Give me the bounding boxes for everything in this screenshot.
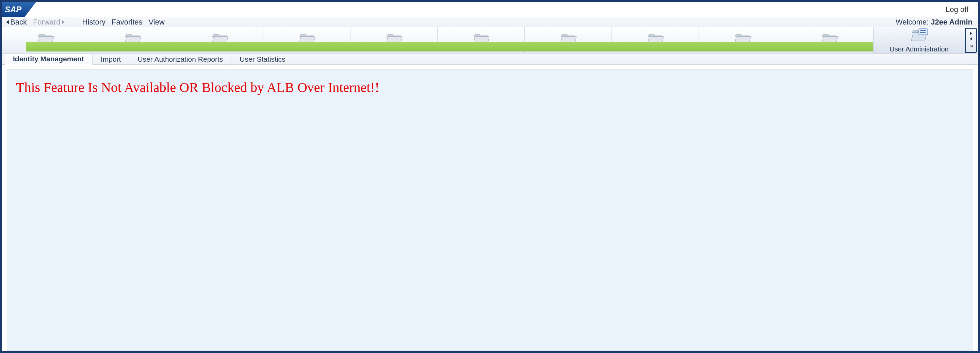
- forward-button[interactable]: Forward: [33, 18, 66, 27]
- sap-logo-icon: SAP: [2, 2, 36, 17]
- sub-tab-user-statistics[interactable]: User Statistics: [231, 54, 294, 64]
- navigation-bar: Back Forward History Favorites View Welc…: [2, 17, 978, 27]
- expand-chevrons-icon: »: [970, 43, 972, 49]
- scroll-left-icon: [970, 37, 972, 40]
- top-tabs-scroll: User Administration: [2, 27, 965, 53]
- sub-tab-identity-management[interactable]: Identity Management: [5, 54, 92, 65]
- welcome-label: Welcome:: [896, 18, 929, 27]
- arrow-right-icon: [62, 20, 65, 24]
- arrow-left-icon: [6, 20, 9, 24]
- forward-label: Forward: [33, 18, 60, 27]
- tab-scroll-handle[interactable]: »: [965, 28, 977, 53]
- svg-text:SAP: SAP: [5, 5, 22, 14]
- favorites-menu[interactable]: Favorites: [111, 18, 142, 27]
- svg-marker-5: [125, 34, 140, 37]
- svg-marker-11: [387, 34, 401, 37]
- app-frame: SAP Log off Back Forward History Favorit…: [2, 2, 978, 351]
- content-panel: This Feature Is Not Available OR Blocked…: [7, 70, 973, 351]
- sub-tab-user-authorization-reports[interactable]: User Authorization Reports: [129, 54, 231, 64]
- workset-tab-user-administration[interactable]: User Administration: [873, 27, 965, 53]
- svg-marker-9: [299, 34, 314, 37]
- top-level-tabs: User Administration »: [2, 27, 978, 54]
- svg-marker-19: [735, 34, 749, 37]
- sub-tab-import[interactable]: Import: [92, 54, 130, 64]
- svg-marker-3: [38, 34, 52, 37]
- logoff-button[interactable]: Log off: [936, 2, 978, 17]
- svg-rect-24: [919, 29, 928, 35]
- nav-left-group: Back Forward History Favorites View: [5, 18, 165, 27]
- history-menu[interactable]: History: [82, 18, 105, 27]
- sap-logo-cell: SAP: [2, 2, 43, 17]
- svg-marker-21: [822, 34, 837, 37]
- svg-marker-15: [561, 34, 575, 37]
- scroll-right-icon: [970, 32, 972, 35]
- svg-marker-13: [474, 34, 488, 37]
- header-bar: SAP Log off: [2, 2, 978, 17]
- content-wrapper: This Feature Is Not Available OR Blocked…: [2, 65, 978, 351]
- nav-right-group: Welcome: J2ee Admin: [896, 18, 975, 27]
- sub-tabs: Identity Management Import User Authoriz…: [2, 54, 978, 65]
- error-message: This Feature Is Not Available OR Blocked…: [16, 79, 964, 96]
- user-administration-icon: [908, 28, 930, 44]
- svg-marker-7: [212, 34, 227, 37]
- svg-marker-17: [648, 34, 662, 37]
- back-button[interactable]: Back: [5, 18, 27, 27]
- workset-highlight-bar: [26, 42, 965, 51]
- view-menu[interactable]: View: [149, 18, 165, 27]
- header-spacer: [43, 2, 936, 17]
- workset-tab-label: User Administration: [889, 45, 948, 53]
- welcome-user: J2ee Admin: [931, 18, 972, 27]
- back-label: Back: [10, 18, 27, 27]
